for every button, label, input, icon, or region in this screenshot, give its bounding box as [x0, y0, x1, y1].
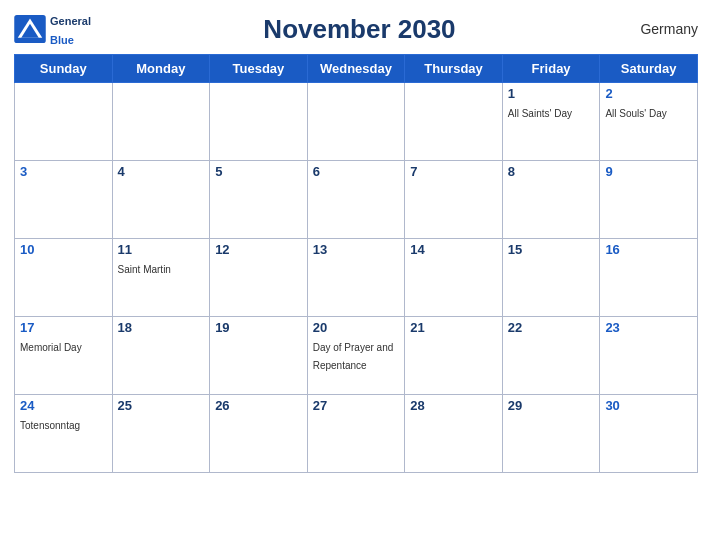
date-number: 24: [20, 398, 107, 413]
calendar-cell: 11Saint Martin: [112, 239, 210, 317]
calendar-cell: 13: [307, 239, 405, 317]
date-number: 15: [508, 242, 595, 257]
calendar-cell: 28: [405, 395, 503, 473]
date-number: 2: [605, 86, 692, 101]
date-number: 7: [410, 164, 497, 179]
holiday-label: Totensonntag: [20, 420, 80, 431]
col-wednesday: Wednesday: [307, 55, 405, 83]
calendar-cell: 24Totensonntag: [15, 395, 113, 473]
date-number: 5: [215, 164, 302, 179]
calendar-cell: 3: [15, 161, 113, 239]
holiday-label: Saint Martin: [118, 264, 171, 275]
weekday-header-row: Sunday Monday Tuesday Wednesday Thursday…: [15, 55, 698, 83]
calendar-cell: 29: [502, 395, 600, 473]
date-number: 25: [118, 398, 205, 413]
date-number: 3: [20, 164, 107, 179]
date-number: 17: [20, 320, 107, 335]
logo: General Blue: [14, 10, 91, 48]
calendar-cell: [307, 83, 405, 161]
calendar-cell: 8: [502, 161, 600, 239]
date-number: 1: [508, 86, 595, 101]
col-monday: Monday: [112, 55, 210, 83]
calendar-cell: 18: [112, 317, 210, 395]
calendar-cell: 9: [600, 161, 698, 239]
date-number: 14: [410, 242, 497, 257]
logo-text: General Blue: [50, 10, 91, 48]
calendar-cell: [112, 83, 210, 161]
col-thursday: Thursday: [405, 55, 503, 83]
holiday-label: Memorial Day: [20, 342, 82, 353]
date-number: 6: [313, 164, 400, 179]
holiday-label: All Souls' Day: [605, 108, 666, 119]
calendar-cell: 5: [210, 161, 308, 239]
date-number: 9: [605, 164, 692, 179]
calendar-cell: [210, 83, 308, 161]
date-number: 10: [20, 242, 107, 257]
holiday-label: Day of Prayer and Repentance: [313, 342, 394, 371]
date-number: 11: [118, 242, 205, 257]
date-number: 8: [508, 164, 595, 179]
logo-icon: [14, 15, 46, 43]
date-number: 30: [605, 398, 692, 413]
calendar-cell: 27: [307, 395, 405, 473]
calendar-cell: 19: [210, 317, 308, 395]
calendar-cell: 25: [112, 395, 210, 473]
calendar-cell: 21: [405, 317, 503, 395]
date-number: 23: [605, 320, 692, 335]
calendar-cell: 12: [210, 239, 308, 317]
date-number: 26: [215, 398, 302, 413]
calendar-cell: 14: [405, 239, 503, 317]
calendar-cell: 16: [600, 239, 698, 317]
calendar-cell: 15: [502, 239, 600, 317]
week-row-4: 17Memorial Day181920Day of Prayer and Re…: [15, 317, 698, 395]
week-row-1: 1All Saints' Day2All Souls' Day: [15, 83, 698, 161]
calendar-cell: 4: [112, 161, 210, 239]
calendar-cell: 17Memorial Day: [15, 317, 113, 395]
holiday-label: All Saints' Day: [508, 108, 572, 119]
calendar-title: November 2030: [91, 14, 628, 45]
calendar-cell: 30: [600, 395, 698, 473]
col-sunday: Sunday: [15, 55, 113, 83]
date-number: 13: [313, 242, 400, 257]
date-number: 18: [118, 320, 205, 335]
calendar-cell: 26: [210, 395, 308, 473]
calendar-cell: 10: [15, 239, 113, 317]
week-row-3: 1011Saint Martin1213141516: [15, 239, 698, 317]
week-row-2: 3456789: [15, 161, 698, 239]
calendar-cell: 20Day of Prayer and Repentance: [307, 317, 405, 395]
date-number: 20: [313, 320, 400, 335]
date-number: 19: [215, 320, 302, 335]
calendar-cell: 7: [405, 161, 503, 239]
country-label: Germany: [628, 21, 698, 37]
date-number: 29: [508, 398, 595, 413]
date-number: 16: [605, 242, 692, 257]
col-saturday: Saturday: [600, 55, 698, 83]
page-header: General Blue November 2030 Germany: [14, 10, 698, 48]
col-friday: Friday: [502, 55, 600, 83]
calendar-cell: 2All Souls' Day: [600, 83, 698, 161]
calendar-cell: 6: [307, 161, 405, 239]
date-number: 21: [410, 320, 497, 335]
calendar-page: General Blue November 2030 Germany Sunda…: [0, 0, 712, 550]
date-number: 12: [215, 242, 302, 257]
date-number: 22: [508, 320, 595, 335]
calendar-cell: 1All Saints' Day: [502, 83, 600, 161]
calendar-cell: 23: [600, 317, 698, 395]
calendar-cell: [405, 83, 503, 161]
date-number: 28: [410, 398, 497, 413]
date-number: 27: [313, 398, 400, 413]
week-row-5: 24Totensonntag252627282930: [15, 395, 698, 473]
date-number: 4: [118, 164, 205, 179]
calendar-cell: 22: [502, 317, 600, 395]
calendar-cell: [15, 83, 113, 161]
col-tuesday: Tuesday: [210, 55, 308, 83]
calendar-table: Sunday Monday Tuesday Wednesday Thursday…: [14, 54, 698, 473]
